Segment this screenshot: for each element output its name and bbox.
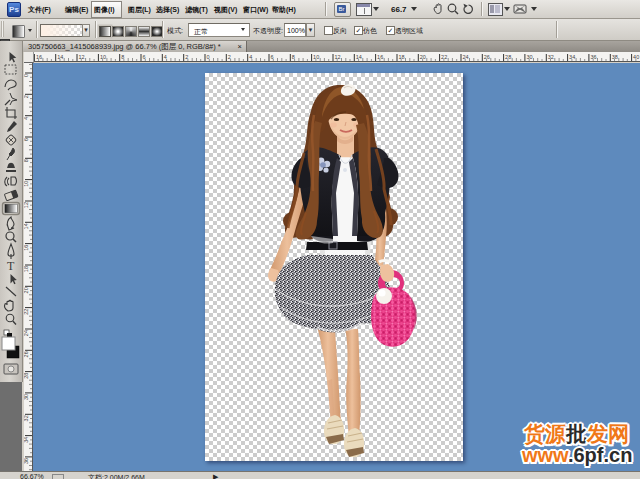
svg-text:T: T: [7, 259, 15, 273]
svg-text:26: 26: [24, 351, 29, 357]
svg-text:6: 6: [24, 138, 29, 141]
svg-text:14: 14: [356, 54, 362, 60]
svg-text:34: 34: [24, 437, 29, 443]
svg-text:2: 2: [185, 54, 188, 60]
svg-text:12: 12: [24, 202, 29, 208]
svg-text:18: 18: [24, 266, 29, 272]
svg-text:20: 20: [24, 287, 29, 293]
svg-text:24: 24: [24, 330, 29, 336]
svg-text:22: 22: [441, 54, 447, 60]
svg-text:40: 40: [633, 54, 639, 60]
svg-text:10: 10: [100, 54, 106, 60]
svg-text:14: 14: [24, 223, 29, 229]
svg-text:12: 12: [79, 54, 85, 60]
svg-text:4: 4: [24, 117, 29, 120]
svg-text:22: 22: [24, 309, 29, 315]
svg-text:12: 12: [335, 54, 341, 60]
svg-text:16: 16: [24, 245, 29, 251]
svg-text:0: 0: [207, 54, 210, 60]
svg-text:0: 0: [24, 74, 29, 77]
svg-text:6: 6: [271, 54, 274, 60]
svg-text:32: 32: [548, 54, 554, 60]
svg-text:10: 10: [24, 181, 29, 187]
svg-text:10: 10: [313, 54, 319, 60]
svg-text:8: 8: [292, 54, 295, 60]
svg-text:28: 28: [24, 373, 29, 379]
svg-text:38: 38: [612, 54, 618, 60]
svg-text:4: 4: [164, 54, 167, 60]
svg-text:30: 30: [526, 54, 532, 60]
svg-text:32: 32: [24, 415, 29, 421]
svg-text:16: 16: [36, 54, 42, 60]
svg-text:36: 36: [24, 458, 29, 464]
svg-text:34: 34: [569, 54, 575, 60]
svg-text:30: 30: [24, 394, 29, 400]
svg-text:6: 6: [143, 54, 146, 60]
svg-text:24: 24: [463, 54, 469, 60]
svg-text:20: 20: [420, 54, 426, 60]
svg-text:2: 2: [228, 54, 231, 60]
svg-text:36: 36: [590, 54, 596, 60]
svg-text:8: 8: [121, 54, 124, 60]
svg-text:2: 2: [24, 95, 29, 98]
svg-text:16: 16: [377, 54, 383, 60]
svg-text:26: 26: [484, 54, 490, 60]
svg-text:18: 18: [399, 54, 405, 60]
svg-text:8: 8: [24, 159, 29, 162]
svg-text:4: 4: [249, 54, 252, 60]
svg-text:28: 28: [505, 54, 511, 60]
svg-text:14: 14: [57, 54, 63, 60]
